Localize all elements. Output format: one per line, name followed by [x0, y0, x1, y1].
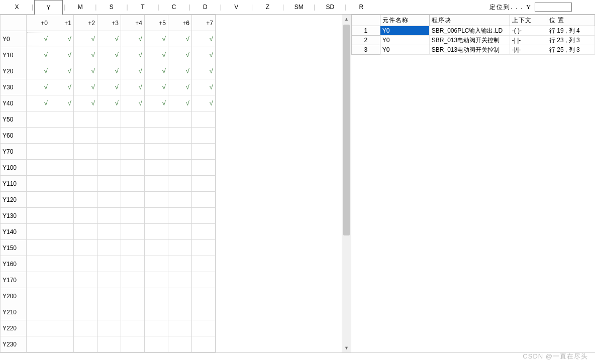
grid-cell[interactable] — [50, 176, 74, 192]
grid-cell[interactable]: √ — [168, 47, 192, 63]
tab-z[interactable]: Z — [254, 0, 281, 14]
grid-cell[interactable]: √ — [168, 31, 192, 47]
grid-cell[interactable] — [168, 256, 192, 272]
grid-cell[interactable]: √ — [97, 63, 121, 79]
grid-cell[interactable]: √ — [168, 79, 192, 95]
tab-t[interactable]: T — [129, 0, 157, 14]
grid-cell[interactable]: √ — [145, 31, 168, 47]
tab-r[interactable]: R — [347, 0, 375, 14]
grid-cell[interactable]: √ — [97, 79, 121, 95]
grid-cell[interactable] — [145, 176, 168, 192]
grid-cell[interactable] — [97, 288, 121, 304]
grid-cell[interactable] — [50, 336, 74, 352]
grid-cell[interactable]: √ — [192, 95, 216, 111]
tab-c[interactable]: C — [160, 0, 188, 14]
reference-table[interactable]: 元件名称程序块上下文位 置1Y0SBR_006PLC输入输出.LD-( )-行 … — [351, 15, 595, 55]
grid-cell[interactable] — [74, 224, 97, 240]
grid-cell[interactable] — [168, 304, 192, 320]
grid-cell[interactable]: √ — [97, 95, 121, 111]
block-header[interactable]: 程序块 — [429, 15, 510, 26]
grid-cell[interactable] — [121, 288, 145, 304]
position-header[interactable]: 位 置 — [547, 15, 595, 26]
grid-cell[interactable] — [50, 208, 74, 224]
grid-cell[interactable] — [168, 176, 192, 192]
grid-cell[interactable] — [168, 320, 192, 336]
grid-cell[interactable] — [121, 304, 145, 320]
grid-cell[interactable] — [74, 160, 97, 176]
left-scrollbar[interactable]: ▲ ▼ — [342, 15, 351, 352]
grid-cell[interactable] — [121, 272, 145, 288]
grid-cell[interactable] — [97, 144, 121, 160]
grid-cell[interactable] — [145, 144, 168, 160]
grid-cell[interactable] — [97, 160, 121, 176]
grid-cell[interactable] — [168, 160, 192, 176]
tab-d[interactable]: D — [191, 0, 219, 14]
grid-cell[interactable] — [192, 336, 216, 352]
grid-cell[interactable] — [50, 304, 74, 320]
grid-cell[interactable] — [97, 336, 121, 352]
grid-cell[interactable] — [50, 144, 74, 160]
grid-cell[interactable] — [145, 272, 168, 288]
grid-cell[interactable]: √ — [192, 31, 216, 47]
grid-cell[interactable] — [168, 144, 192, 160]
grid-cell[interactable] — [192, 256, 216, 272]
grid-cell[interactable] — [27, 176, 50, 192]
grid-cell[interactable] — [192, 208, 216, 224]
grid-cell[interactable] — [121, 320, 145, 336]
context-header[interactable]: 上下文 — [510, 15, 547, 26]
grid-cell[interactable] — [145, 160, 168, 176]
grid-cell[interactable] — [27, 192, 50, 208]
grid-cell[interactable] — [192, 272, 216, 288]
grid-cell[interactable] — [121, 240, 145, 256]
grid-cell[interactable] — [121, 160, 145, 176]
grid-cell[interactable] — [27, 272, 50, 288]
grid-cell[interactable]: √ — [192, 63, 216, 79]
grid-cell[interactable] — [97, 128, 121, 144]
grid-cell[interactable]: √ — [121, 63, 145, 79]
grid-cell[interactable] — [192, 176, 216, 192]
grid-cell[interactable] — [74, 304, 97, 320]
grid-cell[interactable] — [50, 224, 74, 240]
tab-v[interactable]: V — [223, 0, 250, 14]
index-header[interactable] — [352, 15, 380, 26]
tab-s[interactable]: S — [97, 0, 125, 14]
grid-cell[interactable] — [50, 256, 74, 272]
grid-cell[interactable] — [50, 272, 74, 288]
device-status-grid[interactable]: +0+1+2+3+4+5+6+7Y0√√√√√√√√Y10√√√√√√√√Y20… — [0, 15, 216, 352]
grid-cell[interactable] — [74, 111, 97, 128]
grid-cell[interactable] — [50, 128, 74, 144]
tab-sm[interactable]: SM — [285, 0, 313, 14]
grid-cell[interactable] — [27, 256, 50, 272]
grid-cell[interactable] — [97, 320, 121, 336]
grid-cell[interactable] — [192, 111, 216, 128]
grid-cell[interactable]: √ — [192, 47, 216, 63]
name-header[interactable]: 元件名称 — [380, 15, 429, 26]
grid-cell[interactable] — [121, 144, 145, 160]
grid-cell[interactable] — [192, 144, 216, 160]
grid-cell[interactable] — [168, 111, 192, 128]
grid-cell[interactable]: √ — [145, 79, 168, 95]
grid-cell[interactable] — [168, 240, 192, 256]
grid-cell[interactable]: √ — [168, 63, 192, 79]
grid-cell[interactable] — [121, 336, 145, 352]
grid-cell[interactable] — [97, 272, 121, 288]
grid-cell[interactable]: √ — [74, 47, 97, 63]
grid-cell[interactable]: √ — [145, 47, 168, 63]
grid-cell[interactable] — [50, 192, 74, 208]
grid-cell[interactable] — [192, 288, 216, 304]
grid-cell[interactable] — [97, 176, 121, 192]
locate-input[interactable] — [535, 3, 572, 12]
grid-cell[interactable] — [74, 240, 97, 256]
grid-cell[interactable]: √ — [74, 79, 97, 95]
tab-x[interactable]: X — [3, 0, 31, 14]
grid-cell[interactable] — [192, 128, 216, 144]
grid-cell[interactable] — [145, 256, 168, 272]
grid-cell[interactable] — [74, 272, 97, 288]
grid-cell[interactable] — [27, 240, 50, 256]
grid-cell[interactable]: √ — [50, 79, 74, 95]
grid-cell[interactable] — [168, 336, 192, 352]
grid-cell[interactable] — [145, 111, 168, 128]
grid-cell[interactable] — [74, 208, 97, 224]
grid-cell[interactable]: √ — [97, 31, 121, 47]
grid-cell[interactable] — [121, 256, 145, 272]
